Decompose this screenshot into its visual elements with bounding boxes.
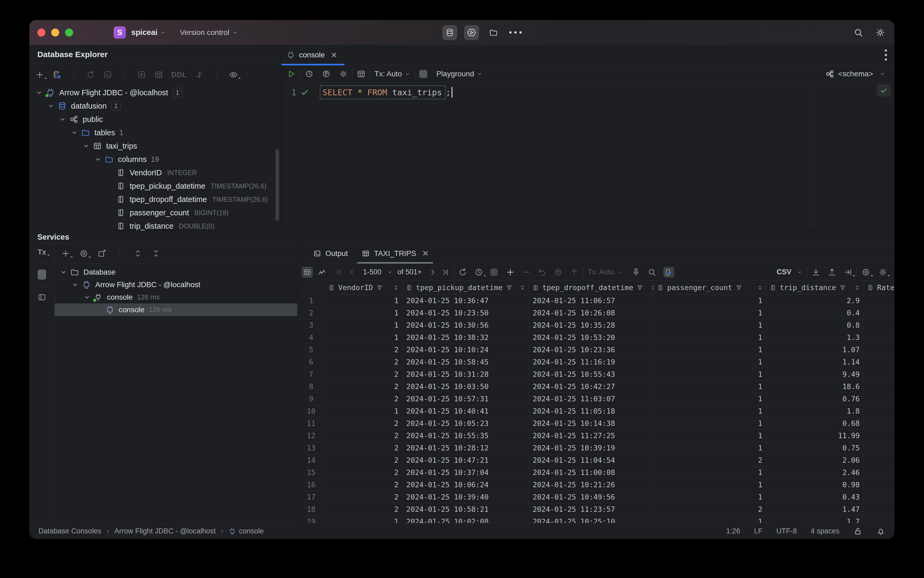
cell[interactable]: 2024-01-25 10:06:24 <box>402 479 529 491</box>
row-number[interactable]: 5 <box>298 344 325 356</box>
indent-style[interactable]: 4 spaces <box>811 527 840 535</box>
column-header-tpep_pickup_datetime[interactable]: tpep_pickup_datetime <box>402 281 529 294</box>
explorer-item-vendorid[interactable]: VendorIDINTEGER <box>29 166 281 179</box>
row-number[interactable]: 17 <box>298 491 325 503</box>
cell[interactable]: 2024-01-25 10:30:56 <box>402 319 529 331</box>
cell[interactable]: 2024-01-25 10:42:27 <box>529 380 654 393</box>
cell[interactable]: 0.43 <box>766 491 864 503</box>
pin-icon[interactable] <box>631 268 640 277</box>
cell[interactable] <box>864 405 895 417</box>
cell[interactable]: 2024-01-25 10:39:19 <box>529 442 654 454</box>
tab-console[interactable]: console ✕ <box>281 45 344 65</box>
collapse-all-icon[interactable] <box>151 249 160 258</box>
refresh-icon[interactable] <box>86 70 95 79</box>
auto-refresh-icon[interactable] <box>474 268 483 277</box>
column-header-vendorid[interactable]: VendorID <box>325 281 402 294</box>
explorer-item-passenger-count[interactable]: passenger_countBIGINT(19) <box>29 206 281 219</box>
cell[interactable]: 2 <box>325 491 402 503</box>
explorer-item-tpep-dropoff-datetime[interactable]: tpep_dropoff_datetimeTIMESTAMP(26,6) <box>29 193 281 206</box>
cell[interactable]: 1 <box>654 307 766 319</box>
breadcrumb[interactable]: console <box>239 527 264 535</box>
chevron-down-icon[interactable] <box>93 155 102 164</box>
open-table-icon[interactable] <box>154 70 163 79</box>
cell[interactable]: 1 <box>325 331 402 343</box>
cell[interactable] <box>864 479 895 491</box>
column-header-passenger_count[interactable]: passenger_count <box>654 281 766 294</box>
revert-icon[interactable] <box>554 268 563 277</box>
explorer-item-arrow-flight-jdbc-localhost[interactable]: Arrow Flight JDBC - @localhost1 <box>29 86 281 99</box>
project-name[interactable]: spiceai <box>131 28 157 37</box>
row-number[interactable]: 18 <box>298 503 325 515</box>
scrollbar[interactable] <box>276 149 279 221</box>
inspection-widget[interactable] <box>877 84 891 97</box>
close-button[interactable] <box>37 29 45 37</box>
chevron-down-icon[interactable] <box>35 88 44 97</box>
cell[interactable]: 2024-01-25 11:06:57 <box>529 295 654 307</box>
cell[interactable]: 2024-01-25 10:57:31 <box>402 393 529 405</box>
row-number[interactable]: 16 <box>298 479 325 491</box>
row-number[interactable]: 2 <box>298 307 325 319</box>
run-configurations-button[interactable] <box>464 25 479 40</box>
chevron-down-icon[interactable] <box>58 115 67 124</box>
cell[interactable] <box>864 331 895 343</box>
cell[interactable]: 1 <box>654 331 766 343</box>
notifications-bell-icon[interactable] <box>876 527 885 536</box>
cell[interactable]: 1 <box>654 479 766 491</box>
cell[interactable]: 2024-01-25 11:00:08 <box>529 466 654 479</box>
run-icon[interactable] <box>287 69 296 78</box>
search-icon[interactable] <box>853 28 864 37</box>
column-header-rate[interactable]: Rate <box>864 281 895 294</box>
cell[interactable]: 2024-01-25 10:55:43 <box>529 368 654 380</box>
cell[interactable] <box>864 503 895 515</box>
cell[interactable]: 2024-01-25 10:38:32 <box>402 331 529 343</box>
row-number[interactable]: 15 <box>298 466 325 479</box>
cell[interactable] <box>864 417 895 429</box>
chevron-down-icon[interactable] <box>70 128 79 137</box>
grid-settings-icon[interactable] <box>879 268 887 277</box>
editor-content[interactable]: 1 SELECT * FROM taxi_trips; <box>281 83 895 231</box>
upload-icon[interactable] <box>827 268 836 277</box>
cell[interactable]: 2024-01-25 10:23:50 <box>402 307 529 319</box>
jump-to-source-icon[interactable] <box>195 70 204 79</box>
chart-icon[interactable] <box>318 268 326 277</box>
cell[interactable] <box>864 430 895 442</box>
cell[interactable]: 0.76 <box>766 393 864 405</box>
cell[interactable]: 1.07 <box>766 344 864 356</box>
more-actions-button[interactable] <box>508 25 523 40</box>
layout-icon[interactable] <box>37 293 46 302</box>
cell[interactable]: 2.9 <box>766 295 864 307</box>
data-source-settings-icon[interactable] <box>52 70 62 79</box>
first-page-icon[interactable] <box>335 268 343 276</box>
gear-icon[interactable] <box>339 69 348 78</box>
explorer-item-trip-distance[interactable]: trip_distanceDOUBLE(0) <box>29 219 281 231</box>
cell[interactable]: 2024-01-25 10:28:12 <box>402 442 529 454</box>
cell[interactable]: 9.49 <box>766 368 864 380</box>
cell[interactable]: 1 <box>654 442 766 454</box>
sort-icon[interactable] <box>854 284 861 291</box>
eye-icon[interactable] <box>229 70 238 79</box>
cell[interactable]: 2.46 <box>766 466 864 479</box>
cell[interactable]: 2 <box>654 454 766 466</box>
sort-icon[interactable] <box>650 284 654 291</box>
cell[interactable] <box>864 295 895 307</box>
sql-statement[interactable]: SELECT * FROM taxi_trips; <box>320 85 452 99</box>
tx-strip-button[interactable]: Tx <box>37 248 46 257</box>
services-item-console[interactable]: console126 ms <box>55 291 297 304</box>
sort-icon[interactable] <box>393 284 400 291</box>
explorer-item-columns[interactable]: columns19 <box>29 153 281 166</box>
explorer-item-taxi-trips[interactable]: taxi_trips <box>29 139 281 153</box>
cell[interactable]: 2024-01-25 10:05:23 <box>402 417 529 429</box>
download-icon[interactable] <box>811 268 820 277</box>
cell[interactable] <box>864 516 895 523</box>
chevron-down-icon[interactable] <box>59 268 68 277</box>
row-number[interactable]: 8 <box>298 380 325 393</box>
cell[interactable]: 2024-01-25 10:55:35 <box>402 430 529 442</box>
cell[interactable]: 2024-01-25 11:03:07 <box>529 393 654 405</box>
cell[interactable]: 2024-01-25 10:35:28 <box>529 319 654 331</box>
filter-funnel-icon[interactable] <box>839 284 846 291</box>
add-row-icon[interactable] <box>506 268 515 277</box>
stop-button[interactable] <box>490 268 498 276</box>
cell[interactable]: 2 <box>325 503 402 515</box>
stop-strip-button[interactable] <box>37 270 46 280</box>
explorer-item-tables[interactable]: tables1 <box>29 126 281 139</box>
